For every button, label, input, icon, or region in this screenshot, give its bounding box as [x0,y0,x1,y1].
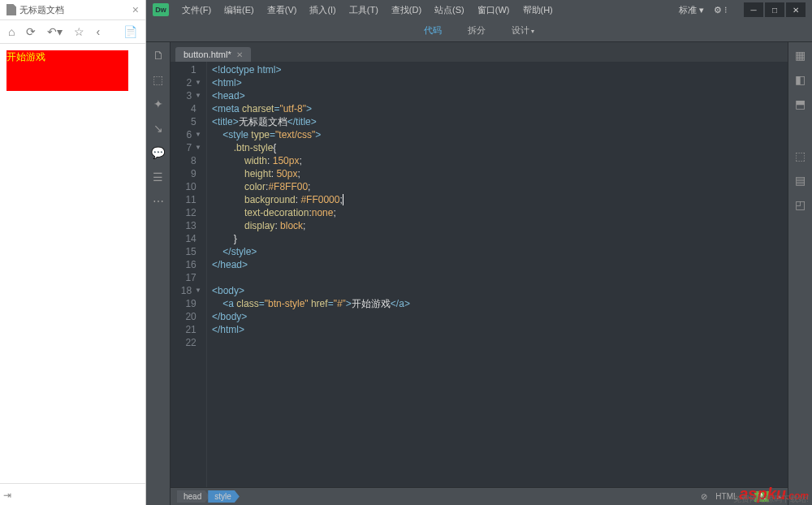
menu-item[interactable]: 查找(D) [387,2,426,18]
panel-icon-6[interactable]: ◰ [794,198,807,211]
comment-tool-icon[interactable]: 💬 [152,146,165,159]
panel-icon-3[interactable]: ⬒ [794,97,807,110]
list-tool-icon[interactable]: ☰ [152,170,165,183]
menu-item[interactable]: 工具(T) [344,2,383,18]
code-editor[interactable]: 1 2▼3▼4 5 6▼7▼8 9 10 11 12 13 14 15 16 1… [171,62,788,487]
breadcrumb: headstyle [177,490,238,503]
panel-icon-2[interactable]: ◧ [794,73,807,86]
file-icon [6,4,16,15]
left-toolbar: 🗋 ⬚ ✦ ↘ 💬 ☰ ⋯ [146,42,171,505]
menu-item[interactable]: 查看(V) [262,2,302,18]
menu-item[interactable]: 编辑(E) [219,2,259,18]
panel-icon-1[interactable]: ▦ [794,49,807,62]
expand-icon[interactable]: ⇥ [3,490,11,501]
minimize-button[interactable]: ─ [744,2,763,17]
refresh-icon[interactable]: ⟳ [26,25,36,38]
arrow-tool-icon[interactable]: ↘ [152,122,165,135]
panel-icon-4[interactable]: ⬚ [794,149,807,162]
panel-icon-5[interactable]: ▤ [794,174,807,187]
editor-area: button.html* ✕ 1 2▼3▼4 5 6▼7▼8 9 10 11 1… [171,42,788,505]
menubar: 文件(F)编辑(E)查看(V)插入(I)工具(T)查找(D)站点(S)窗口(W)… [177,2,558,18]
file-tab[interactable]: button.html* ✕ [175,47,251,62]
menu-item[interactable]: 站点(S) [430,2,469,18]
undo-icon[interactable]: ↶▾ [47,25,63,38]
preview-content: 开始游戏 [0,44,145,483]
doc-icon[interactable]: 📄 [123,25,137,38]
sparkle-tool-icon[interactable]: ✦ [152,97,165,110]
status-bar: headstyle ⊘ HTML ⌄ IN ▸ [171,487,788,505]
dreamweaver-panel: Dw 文件(F)编辑(E)查看(V)插入(I)工具(T)查找(D)站点(S)窗口… [146,0,812,505]
close-button[interactable]: ✕ [786,2,806,17]
home-icon[interactable]: ⌂ [8,25,15,38]
preview-button[interactable]: 开始游戏 [6,50,128,91]
menu-item[interactable]: 帮助(H) [518,2,558,18]
file-tab-close-icon[interactable]: ✕ [236,50,243,59]
file-tab-name: button.html* [184,50,231,59]
breadcrumb-item[interactable]: head [177,490,209,503]
menu-item[interactable]: 窗口(W) [473,2,515,18]
star-icon[interactable]: ☆ [74,25,84,38]
close-icon[interactable]: × [132,3,139,16]
right-toolbar: ▦ ◧ ⬒ ⬚ ▤ ◰ [788,42,812,505]
menu-item[interactable]: 文件(F) [177,2,216,18]
view-tabs: 代码 拆分 设计 [146,19,812,42]
titlebar: Dw 文件(F)编辑(E)查看(V)插入(I)工具(T)查找(D)站点(S)窗口… [146,0,812,19]
tab-design[interactable]: 设计 [507,21,539,40]
preview-toolbar: ⌂ ⟳ ↶▾ ☆ ‹ 📄 [0,20,145,44]
preview-panel: 无标题文档 × ⌂ ⟳ ↶▾ ☆ ‹ 📄 开始游戏 ⇥ [0,0,146,505]
menu-item[interactable]: 插入(I) [304,2,340,18]
breadcrumb-item[interactable]: style [208,490,240,503]
error-icon[interactable]: ⊘ [701,492,707,501]
file-tool-icon[interactable]: 🗋 [152,49,165,62]
preview-tab[interactable]: 无标题文档 × [0,0,145,20]
watermark-sub: 免费网站源码下载站! [733,494,809,505]
back-icon[interactable]: ‹ [96,25,100,38]
maximize-button[interactable]: □ [765,2,784,17]
tab-split[interactable]: 拆分 [463,21,490,40]
tab-code[interactable]: 代码 [419,21,447,40]
dw-logo: Dw [153,3,169,16]
layout-dropdown[interactable]: 标准 ▾ [679,4,704,16]
preview-tab-title: 无标题文档 [19,4,64,16]
preview-bottom: ⇥ [0,483,145,505]
sync-icon[interactable]: ⚙ ⁝ [714,5,728,15]
manage-tool-icon[interactable]: ⬚ [152,73,165,86]
more-tool-icon[interactable]: ⋯ [152,195,165,208]
